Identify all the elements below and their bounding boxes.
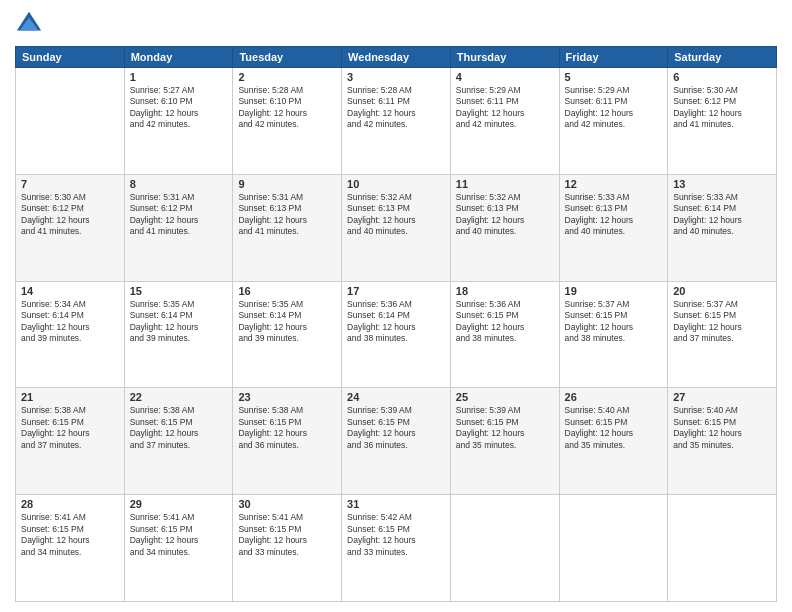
day-number: 17 xyxy=(347,285,445,297)
calendar-cell: 25Sunrise: 5:39 AM Sunset: 6:15 PM Dayli… xyxy=(450,388,559,495)
day-number: 6 xyxy=(673,71,771,83)
day-info: Sunrise: 5:36 AM Sunset: 6:14 PM Dayligh… xyxy=(347,299,445,345)
day-number: 2 xyxy=(238,71,336,83)
day-info: Sunrise: 5:33 AM Sunset: 6:13 PM Dayligh… xyxy=(565,192,663,238)
day-number: 11 xyxy=(456,178,554,190)
day-number: 8 xyxy=(130,178,228,190)
day-number: 1 xyxy=(130,71,228,83)
calendar-cell: 27Sunrise: 5:40 AM Sunset: 6:15 PM Dayli… xyxy=(668,388,777,495)
calendar-cell: 8Sunrise: 5:31 AM Sunset: 6:12 PM Daylig… xyxy=(124,174,233,281)
calendar-cell xyxy=(16,68,125,175)
weekday-header-tuesday: Tuesday xyxy=(233,47,342,68)
day-info: Sunrise: 5:29 AM Sunset: 6:11 PM Dayligh… xyxy=(565,85,663,131)
day-info: Sunrise: 5:41 AM Sunset: 6:15 PM Dayligh… xyxy=(130,512,228,558)
day-info: Sunrise: 5:33 AM Sunset: 6:14 PM Dayligh… xyxy=(673,192,771,238)
day-info: Sunrise: 5:41 AM Sunset: 6:15 PM Dayligh… xyxy=(21,512,119,558)
calendar-cell xyxy=(450,495,559,602)
calendar-cell: 31Sunrise: 5:42 AM Sunset: 6:15 PM Dayli… xyxy=(342,495,451,602)
day-number: 7 xyxy=(21,178,119,190)
calendar-week-row: 14Sunrise: 5:34 AM Sunset: 6:14 PM Dayli… xyxy=(16,281,777,388)
calendar-week-row: 21Sunrise: 5:38 AM Sunset: 6:15 PM Dayli… xyxy=(16,388,777,495)
calendar-cell: 20Sunrise: 5:37 AM Sunset: 6:15 PM Dayli… xyxy=(668,281,777,388)
day-number: 4 xyxy=(456,71,554,83)
day-number: 29 xyxy=(130,498,228,510)
calendar-cell: 2Sunrise: 5:28 AM Sunset: 6:10 PM Daylig… xyxy=(233,68,342,175)
calendar-cell: 28Sunrise: 5:41 AM Sunset: 6:15 PM Dayli… xyxy=(16,495,125,602)
day-info: Sunrise: 5:27 AM Sunset: 6:10 PM Dayligh… xyxy=(130,85,228,131)
calendar-cell: 11Sunrise: 5:32 AM Sunset: 6:13 PM Dayli… xyxy=(450,174,559,281)
calendar-cell: 1Sunrise: 5:27 AM Sunset: 6:10 PM Daylig… xyxy=(124,68,233,175)
day-info: Sunrise: 5:42 AM Sunset: 6:15 PM Dayligh… xyxy=(347,512,445,558)
calendar-cell: 18Sunrise: 5:36 AM Sunset: 6:15 PM Dayli… xyxy=(450,281,559,388)
calendar-cell: 22Sunrise: 5:38 AM Sunset: 6:15 PM Dayli… xyxy=(124,388,233,495)
weekday-header-thursday: Thursday xyxy=(450,47,559,68)
day-info: Sunrise: 5:38 AM Sunset: 6:15 PM Dayligh… xyxy=(238,405,336,451)
day-number: 9 xyxy=(238,178,336,190)
day-info: Sunrise: 5:32 AM Sunset: 6:13 PM Dayligh… xyxy=(456,192,554,238)
day-info: Sunrise: 5:30 AM Sunset: 6:12 PM Dayligh… xyxy=(21,192,119,238)
day-number: 27 xyxy=(673,391,771,403)
day-number: 5 xyxy=(565,71,663,83)
day-info: Sunrise: 5:39 AM Sunset: 6:15 PM Dayligh… xyxy=(456,405,554,451)
day-info: Sunrise: 5:28 AM Sunset: 6:11 PM Dayligh… xyxy=(347,85,445,131)
day-number: 28 xyxy=(21,498,119,510)
weekday-header-friday: Friday xyxy=(559,47,668,68)
calendar-cell: 3Sunrise: 5:28 AM Sunset: 6:11 PM Daylig… xyxy=(342,68,451,175)
calendar-cell: 4Sunrise: 5:29 AM Sunset: 6:11 PM Daylig… xyxy=(450,68,559,175)
day-info: Sunrise: 5:29 AM Sunset: 6:11 PM Dayligh… xyxy=(456,85,554,131)
day-number: 12 xyxy=(565,178,663,190)
day-info: Sunrise: 5:31 AM Sunset: 6:13 PM Dayligh… xyxy=(238,192,336,238)
day-number: 21 xyxy=(21,391,119,403)
day-number: 16 xyxy=(238,285,336,297)
calendar-cell: 7Sunrise: 5:30 AM Sunset: 6:12 PM Daylig… xyxy=(16,174,125,281)
day-number: 23 xyxy=(238,391,336,403)
day-number: 18 xyxy=(456,285,554,297)
calendar-cell: 26Sunrise: 5:40 AM Sunset: 6:15 PM Dayli… xyxy=(559,388,668,495)
day-number: 20 xyxy=(673,285,771,297)
calendar-cell: 13Sunrise: 5:33 AM Sunset: 6:14 PM Dayli… xyxy=(668,174,777,281)
day-info: Sunrise: 5:31 AM Sunset: 6:12 PM Dayligh… xyxy=(130,192,228,238)
calendar-cell xyxy=(668,495,777,602)
weekday-header-monday: Monday xyxy=(124,47,233,68)
day-number: 26 xyxy=(565,391,663,403)
calendar-table: SundayMondayTuesdayWednesdayThursdayFrid… xyxy=(15,46,777,602)
weekday-header-sunday: Sunday xyxy=(16,47,125,68)
day-info: Sunrise: 5:35 AM Sunset: 6:14 PM Dayligh… xyxy=(130,299,228,345)
day-number: 19 xyxy=(565,285,663,297)
day-info: Sunrise: 5:37 AM Sunset: 6:15 PM Dayligh… xyxy=(673,299,771,345)
calendar-week-row: 1Sunrise: 5:27 AM Sunset: 6:10 PM Daylig… xyxy=(16,68,777,175)
calendar-cell: 12Sunrise: 5:33 AM Sunset: 6:13 PM Dayli… xyxy=(559,174,668,281)
day-info: Sunrise: 5:34 AM Sunset: 6:14 PM Dayligh… xyxy=(21,299,119,345)
day-number: 30 xyxy=(238,498,336,510)
day-number: 13 xyxy=(673,178,771,190)
calendar-week-row: 7Sunrise: 5:30 AM Sunset: 6:12 PM Daylig… xyxy=(16,174,777,281)
calendar-cell: 29Sunrise: 5:41 AM Sunset: 6:15 PM Dayli… xyxy=(124,495,233,602)
day-info: Sunrise: 5:36 AM Sunset: 6:15 PM Dayligh… xyxy=(456,299,554,345)
day-info: Sunrise: 5:28 AM Sunset: 6:10 PM Dayligh… xyxy=(238,85,336,131)
day-info: Sunrise: 5:38 AM Sunset: 6:15 PM Dayligh… xyxy=(130,405,228,451)
calendar-cell: 10Sunrise: 5:32 AM Sunset: 6:13 PM Dayli… xyxy=(342,174,451,281)
weekday-header-wednesday: Wednesday xyxy=(342,47,451,68)
calendar-cell: 17Sunrise: 5:36 AM Sunset: 6:14 PM Dayli… xyxy=(342,281,451,388)
calendar-cell: 21Sunrise: 5:38 AM Sunset: 6:15 PM Dayli… xyxy=(16,388,125,495)
day-info: Sunrise: 5:41 AM Sunset: 6:15 PM Dayligh… xyxy=(238,512,336,558)
day-number: 10 xyxy=(347,178,445,190)
day-info: Sunrise: 5:39 AM Sunset: 6:15 PM Dayligh… xyxy=(347,405,445,451)
day-info: Sunrise: 5:40 AM Sunset: 6:15 PM Dayligh… xyxy=(673,405,771,451)
calendar-cell: 9Sunrise: 5:31 AM Sunset: 6:13 PM Daylig… xyxy=(233,174,342,281)
logo-icon xyxy=(15,10,43,38)
day-number: 24 xyxy=(347,391,445,403)
weekday-header-row: SundayMondayTuesdayWednesdayThursdayFrid… xyxy=(16,47,777,68)
day-number: 14 xyxy=(21,285,119,297)
calendar-cell xyxy=(559,495,668,602)
day-number: 25 xyxy=(456,391,554,403)
day-number: 31 xyxy=(347,498,445,510)
calendar-cell: 19Sunrise: 5:37 AM Sunset: 6:15 PM Dayli… xyxy=(559,281,668,388)
calendar-cell: 23Sunrise: 5:38 AM Sunset: 6:15 PM Dayli… xyxy=(233,388,342,495)
calendar-cell: 30Sunrise: 5:41 AM Sunset: 6:15 PM Dayli… xyxy=(233,495,342,602)
page: SundayMondayTuesdayWednesdayThursdayFrid… xyxy=(0,0,792,612)
logo xyxy=(15,10,47,38)
day-info: Sunrise: 5:30 AM Sunset: 6:12 PM Dayligh… xyxy=(673,85,771,131)
day-info: Sunrise: 5:32 AM Sunset: 6:13 PM Dayligh… xyxy=(347,192,445,238)
day-info: Sunrise: 5:38 AM Sunset: 6:15 PM Dayligh… xyxy=(21,405,119,451)
